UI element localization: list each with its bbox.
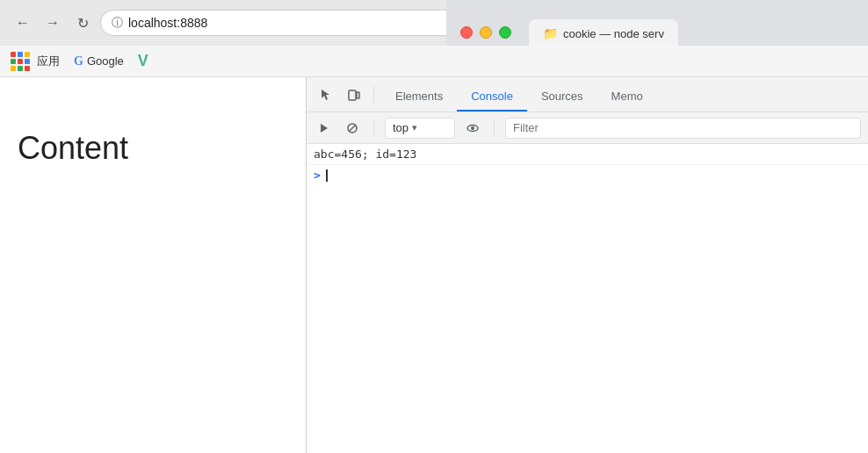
dropdown-arrow-icon: ▾ (412, 122, 417, 133)
inspect-icon (319, 88, 333, 102)
apps-bookmark[interactable]: 应用 (11, 52, 60, 71)
console-toolbar-sep (373, 121, 374, 135)
console-cursor (326, 169, 328, 182)
vue-icon: V (138, 52, 148, 70)
address-text: localhost:8888 (128, 16, 207, 30)
minimize-button[interactable] (480, 26, 492, 39)
eye-icon (467, 122, 479, 134)
main-area: Content Elements Console So (0, 77, 868, 453)
console-log-text: abc=456; id=123 (314, 147, 416, 161)
back-button[interactable]: ← (11, 11, 35, 35)
window-tab[interactable]: 📁 cookie — node serv (529, 19, 678, 46)
bookmarks-bar: 应用 G Google V (0, 46, 868, 77)
svg-rect-1 (357, 92, 359, 98)
no-filter-button[interactable] (342, 118, 363, 139)
svg-marker-2 (321, 124, 328, 133)
close-button[interactable] (460, 26, 473, 39)
google-label: Google (87, 54, 124, 68)
inspect-element-button[interactable] (314, 83, 338, 107)
filter-input[interactable] (505, 118, 861, 139)
window-tab-label: cookie — node serv (563, 27, 664, 40)
console-log-line: abc=456; id=123 (307, 144, 868, 165)
vue-bookmark[interactable]: V (138, 52, 148, 70)
info-icon: ⓘ (112, 15, 123, 31)
google-g-icon: G (74, 54, 83, 68)
devtools-tabs: Elements Console Sources Memo (381, 77, 657, 111)
clear-console-button[interactable] (314, 118, 335, 139)
device-toggle-button[interactable] (342, 83, 366, 107)
traffic-lights (460, 26, 511, 39)
devtools-toolbar: Elements Console Sources Memo (307, 77, 868, 112)
apps-label: 应用 (37, 54, 60, 69)
no-icon (346, 122, 358, 134)
console-input-line[interactable]: > (307, 165, 868, 185)
context-value: top (393, 121, 409, 134)
console-toolbar: top ▾ (307, 112, 868, 144)
svg-point-6 (471, 126, 474, 130)
maximize-button[interactable] (499, 26, 511, 39)
console-toolbar-sep2 (494, 121, 495, 135)
devtools-panel: Elements Console Sources Memo top (306, 77, 868, 453)
svg-line-4 (349, 125, 356, 132)
svg-rect-0 (349, 90, 356, 100)
forward-button[interactable]: → (40, 11, 65, 35)
google-bookmark[interactable]: G Google (74, 54, 124, 68)
play-icon (318, 122, 330, 134)
tab-console[interactable]: Console (457, 83, 527, 111)
eye-button[interactable] (462, 118, 483, 139)
context-selector[interactable]: top ▾ (385, 118, 455, 139)
device-icon (347, 88, 361, 102)
folder-icon: 📁 (543, 26, 558, 40)
tab-memory[interactable]: Memo (597, 83, 657, 111)
reload-button[interactable]: ↻ (70, 11, 95, 35)
console-output: abc=456; id=123 > (307, 144, 868, 453)
toolbar-separator (373, 86, 374, 104)
tab-sources[interactable]: Sources (527, 83, 597, 111)
tab-elements[interactable]: Elements (381, 83, 457, 111)
console-prompt: > (314, 169, 321, 182)
apps-grid-icon (11, 52, 30, 71)
